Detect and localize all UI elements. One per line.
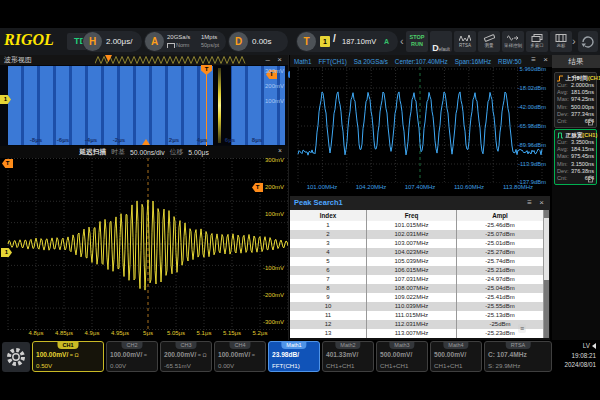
acquire-knob[interactable]: A bbox=[145, 32, 164, 51]
cursor-button[interactable]: 光标 bbox=[550, 31, 572, 52]
acquire-group[interactable]: A 20GSa/s Norm 1Mpts 50ps/pt bbox=[144, 31, 226, 52]
table-row[interactable]: 13113.007MHz-25.23dBm bbox=[290, 329, 544, 338]
default-button[interactable]: Default bbox=[430, 31, 452, 52]
measurement-card-2[interactable]: 正脉宽(CH1)Cur:3.3500nsAvg:184.15nsMax:975.… bbox=[554, 129, 597, 185]
y-tick-label: 100mV bbox=[265, 98, 284, 104]
table-cell: 6 bbox=[290, 266, 367, 275]
channel-offset: 0.00V bbox=[218, 362, 234, 369]
x-tick-label: 5.2μs bbox=[253, 330, 268, 336]
x-tick-label: 5.1μs bbox=[197, 330, 212, 336]
minimize-icon[interactable]: – bbox=[266, 55, 270, 65]
channel-box-ch2[interactable]: CH2100.00mV/ =0.00V bbox=[106, 341, 158, 372]
settings-button[interactable] bbox=[2, 342, 30, 372]
record-overview-strip[interactable] bbox=[95, 55, 250, 65]
stat-row: Dev:377.34ns bbox=[557, 111, 594, 118]
toolbar-scroll-left[interactable]: ‹ bbox=[400, 31, 404, 52]
scrollbar-thumb[interactable] bbox=[544, 218, 549, 280]
channel-box-math1[interactable]: Math123.98dB/FFT(CH1) bbox=[268, 341, 320, 372]
stacked-windows-icon bbox=[531, 34, 543, 42]
y-tick-label: -65.98dBm bbox=[518, 123, 546, 129]
multi-window-button[interactable]: 多窗口 bbox=[526, 31, 548, 52]
table-row[interactable]: 2102.031MHz-25.07dBm bbox=[290, 230, 544, 239]
table-row[interactable]: 6106.015MHz-25.21dBm bbox=[290, 266, 544, 275]
table-cell: 2 bbox=[290, 230, 367, 239]
zoom-window-line bbox=[206, 65, 207, 146]
close-icon[interactable]: × bbox=[278, 146, 282, 156]
table-row[interactable]: 7107.031MHz-24.97dBm bbox=[290, 275, 544, 284]
fft-span: Span:16MHz bbox=[455, 58, 491, 65]
table-cell: 13 bbox=[290, 329, 367, 338]
horizontal-knob[interactable]: H bbox=[83, 32, 102, 51]
channel-scale: 100.00mV/ = Ω bbox=[36, 351, 79, 358]
refresh-button[interactable] bbox=[578, 31, 598, 52]
rtsa-button[interactable]: RTSA bbox=[454, 31, 476, 52]
y-tick-label: 300mV bbox=[265, 68, 284, 74]
x-tick-label: 2μs bbox=[169, 137, 179, 143]
delay-group[interactable]: D 0.00s bbox=[228, 31, 288, 52]
trigger-group[interactable]: T 1 / 187.10mV A bbox=[296, 31, 398, 52]
channel-box-rtsa[interactable]: RTSAC: 107.4MHzS: 29.9MHz bbox=[484, 341, 552, 372]
speaker-icon bbox=[592, 343, 596, 349]
delayed-sweep-panel: 延迟扫描 时基 50.00ns/div 位移 5.00μs × T 1 T 30… bbox=[0, 146, 289, 340]
channel-offset: CH1+CH1 bbox=[326, 362, 354, 369]
y-tick-label: 100mV bbox=[265, 211, 284, 217]
delay-value: 0.00s bbox=[252, 31, 272, 52]
toolbar-scroll-right[interactable]: › bbox=[572, 31, 576, 52]
waveform-view-plot[interactable]: T 1 T 300mV200mV100mV -8μs-6μs-4μs-2μs2μ… bbox=[0, 65, 288, 146]
delete-measurement-icon[interactable] bbox=[587, 118, 594, 126]
timebase-label: 时基 bbox=[111, 147, 125, 157]
channel-tab: CH4 bbox=[229, 342, 250, 349]
fft-plot[interactable] bbox=[290, 67, 550, 183]
channel-box-math3[interactable]: Math3500.00mV/CH1+CH1 bbox=[376, 341, 428, 372]
x-tick-label: 5.05μs bbox=[167, 330, 185, 336]
table-row[interactable]: 8108.007MHz-25.04dBm bbox=[290, 284, 544, 293]
channel-box-ch4[interactable]: CH4100.00mV/ =0.00V bbox=[214, 341, 266, 372]
stat-row: Min:500.00ps bbox=[557, 104, 594, 111]
delayed-sweep-header: 延迟扫描 时基 50.00ns/div 位移 5.00μs × bbox=[0, 146, 288, 158]
table-row[interactable]: 10110.039MHz-25.55dBm bbox=[290, 302, 544, 311]
top-toolbar: RIGOL TD H 2.00μs/ A 20GSa/s Norm 1Mpts … bbox=[0, 28, 600, 55]
table-cell: -25.01dBm bbox=[457, 239, 544, 248]
menu-icon[interactable]: ≡ bbox=[531, 55, 536, 65]
channel-offset: -65.51mV bbox=[164, 362, 191, 369]
table-cell: 112.031MHz bbox=[367, 320, 457, 329]
stop-run-button[interactable]: STOP RUN bbox=[406, 31, 428, 52]
delayed-sweep-plot[interactable] bbox=[0, 158, 288, 330]
x-tick-label: 107.40MHz bbox=[405, 184, 436, 190]
table-row[interactable]: 1101.015MHz-25.46dBm bbox=[290, 221, 544, 230]
table-scrollbar[interactable] bbox=[544, 210, 549, 338]
delete-measurement-icon[interactable] bbox=[587, 175, 594, 183]
x-tick-label: -2μs bbox=[113, 137, 125, 143]
table-cell: 107.031MHz bbox=[367, 275, 457, 284]
close-icon[interactable]: × bbox=[277, 55, 282, 65]
table-row[interactable]: 5105.039MHz-25.74dBm bbox=[290, 257, 544, 266]
table-row[interactable]: 4104.023MHz-25.27dBm bbox=[290, 248, 544, 257]
table-row[interactable]: 3103.007MHz-25.01dBm bbox=[290, 239, 544, 248]
close-icon[interactable]: × bbox=[539, 198, 544, 208]
channel-box-ch3[interactable]: CH3200.00mV/ = Ω-65.51mV bbox=[160, 341, 212, 372]
delay-knob[interactable]: D bbox=[229, 32, 248, 51]
menu-icon[interactable]: ≡ bbox=[527, 198, 532, 208]
channel-box-math2[interactable]: Math2401.33mV/CH1+CH1 bbox=[322, 341, 374, 372]
table-row[interactable]: 12112.031MHz-25dBm bbox=[290, 320, 544, 329]
measurement-title: 上升时间(CH1) bbox=[557, 74, 594, 82]
x-tick-label: -4μs bbox=[85, 137, 97, 143]
channel-tab: CH1 bbox=[57, 342, 78, 349]
table-row[interactable]: 9109.022MHz-25.41dBm bbox=[290, 293, 544, 302]
horizontal-group[interactable]: H 2.00μs/ bbox=[82, 31, 142, 52]
table-row[interactable]: 11111.015MHz-25.13dBm bbox=[290, 311, 544, 320]
trigger-knob[interactable]: T bbox=[297, 32, 316, 51]
table-cell: 101.015MHz bbox=[367, 221, 457, 230]
channel-scale: 23.98dB/ bbox=[272, 351, 299, 358]
table-options-icon[interactable]: ≡ bbox=[518, 324, 526, 333]
close-icon[interactable]: × bbox=[543, 55, 548, 65]
fft-function: FFT(CH1) bbox=[319, 58, 347, 65]
measurement-card-1[interactable]: 上升时间(CH1)Cur:2.0000nsAvg:181.05nsMax:974… bbox=[554, 72, 597, 128]
channel-scale: C: 107.4MHz bbox=[488, 351, 527, 358]
channel-tab: Math2 bbox=[335, 342, 360, 349]
channel-box-ch1[interactable]: CH1100.00mV/ = Ω0.50V bbox=[32, 341, 104, 372]
waveform-view-title: 波形视图 bbox=[0, 55, 32, 65]
channel-box-math4[interactable]: Math4500.00mV/CH1+CH1 bbox=[430, 341, 482, 372]
measure-button[interactable]: 测量 bbox=[478, 31, 500, 52]
sampling-control-button[interactable]: 采样控制 bbox=[502, 31, 524, 52]
